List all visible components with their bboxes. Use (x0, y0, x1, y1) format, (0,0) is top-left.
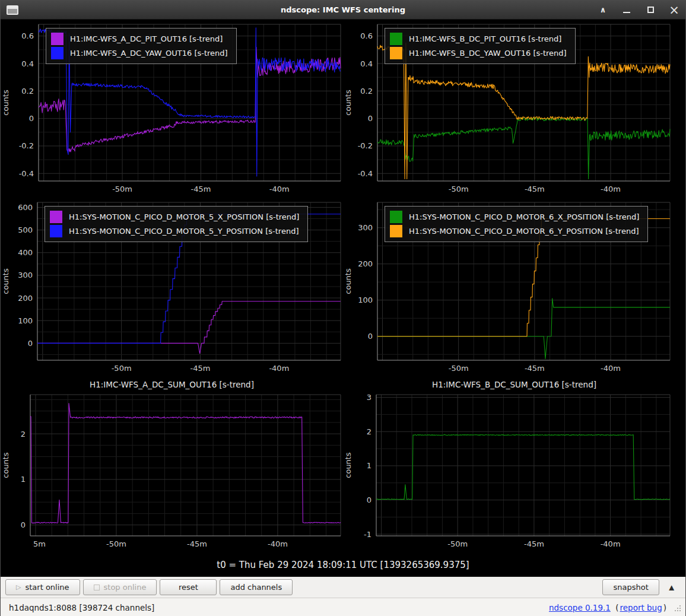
x-tick-label: -45m (524, 539, 544, 548)
y-tick-label: 1 (367, 461, 371, 470)
plot-pico-motor-5[interactable]: 6005004003002001000-50m-45m-40mcountsH1:… (1, 199, 343, 377)
y-tick-label: 0.2 (21, 87, 34, 96)
x-tick-label: -50m (112, 364, 132, 373)
reset-button[interactable]: reset (160, 579, 217, 595)
legend-entry[interactable]: H1:SYS-MOTION_C_PICO_D_MOTOR_6_X_POSITIO… (390, 211, 639, 223)
legend-swatch (390, 33, 402, 45)
legend-entry[interactable]: H1:IMC-WFS_A_DC_YAW_OUT16 [s-trend] (51, 47, 228, 59)
t0-label: t0 = Thu Feb 29 2024 18:09:11 UTC [13932… (217, 560, 469, 570)
y-tick-label: 100 (358, 296, 373, 304)
cell-bottom-left: H1:IMC-WFS_A_DC_SUM_OUT16 [s-trend] 210-… (1, 377, 343, 554)
stop-online-button[interactable]: stop online (83, 579, 157, 595)
y-tick-label: 200 (358, 259, 373, 268)
y-axis-label: counts (344, 268, 352, 294)
x-tick-label: -50m (112, 185, 132, 193)
y-axis-label: counts (1, 452, 10, 478)
y-tick-label: 400 (18, 248, 33, 257)
collapse-panel-icon[interactable]: ▲ (662, 582, 681, 592)
titlebar[interactable]: ndscope: IMC WFS centering ∧ × (1, 1, 685, 20)
plot-imc-wfs-a-pit-yaw[interactable]: 0.60.40.20-0.2-0.4-50m-45m-40mcountsH1:I… (1, 20, 343, 199)
x-tick-label: -45m (190, 364, 211, 373)
plot-imc-wfs-b-sum[interactable]: 3210-1-50m-45m-40mcounts (343, 392, 685, 554)
legend-entry[interactable]: H1:SYS-MOTION_C_PICO_D_MOTOR_5_Y_POSITIO… (50, 225, 299, 237)
resize-grip[interactable] (672, 603, 682, 612)
x-tick-label: -45m (187, 539, 207, 548)
close-icon[interactable]: × (669, 5, 679, 15)
y-tick-label: 1 (21, 475, 26, 484)
legend-swatch (390, 225, 402, 237)
server-status: h1daqnds1:8088 [398724 channels] (9, 603, 154, 612)
cell-middle-left: 6005004003002001000-50m-45m-40mcountsH1:… (1, 199, 343, 377)
version-link[interactable]: ndscope 0.19.1 (549, 603, 611, 612)
x-tick-label: -50m (106, 539, 126, 548)
y-tick-label: 0.6 (360, 31, 373, 40)
y-tick-label: 0 (368, 114, 373, 123)
stop-icon (94, 585, 100, 590)
legend-entry[interactable]: H1:IMC-WFS_A_DC_PIT_OUT16 [s-trend] (51, 33, 228, 45)
shade-window-icon[interactable]: ∧ (598, 5, 608, 15)
x-tick-label: -40m (269, 364, 289, 373)
legend-label: H1:SYS-MOTION_C_PICO_D_MOTOR_6_X_POSITIO… (409, 212, 639, 221)
cell-bottom-right: H1:IMC-WFS_B_DC_SUM_OUT16 [s-trend] 3210… (343, 377, 685, 554)
legend-entry[interactable]: H1:SYS-MOTION_C_PICO_D_MOTOR_5_X_POSITIO… (50, 211, 299, 223)
x-tick-label: -40m (268, 539, 288, 548)
window-title: ndscope: IMC WFS centering (1, 5, 685, 14)
y-tick-label: -0.4 (358, 169, 373, 178)
maximize-icon[interactable] (645, 5, 656, 15)
start-online-button[interactable]: ▷ start online (5, 579, 80, 595)
y-tick-label: 100 (18, 316, 33, 325)
add-channels-button[interactable]: add channels (220, 579, 293, 595)
play-icon: ▷ (16, 583, 21, 591)
legend-swatch (51, 33, 63, 45)
legend[interactable]: H1:SYS-MOTION_C_PICO_D_MOTOR_5_X_POSITIO… (45, 206, 308, 242)
legend-entry[interactable]: H1:IMC-WFS_B_DC_YAW_OUT16 [s-trend] (390, 47, 567, 59)
report-bug-link[interactable]: report bug (620, 603, 662, 612)
plot-imc-wfs-a-sum[interactable]: 210-55m-50m-45m-40mcounts (1, 392, 343, 554)
legend[interactable]: H1:IMC-WFS_A_DC_PIT_OUT16 [s-trend]H1:IM… (46, 28, 237, 64)
x-tick-label: -50m (449, 364, 469, 373)
y-tick-label: 0 (29, 114, 34, 123)
y-tick-label: 0.4 (360, 59, 373, 68)
y-axis-label: counts (344, 90, 352, 116)
x-tick-label: -50m (449, 185, 469, 193)
x-tick-label: -40m (601, 364, 621, 373)
legend-label: H1:IMC-WFS_A_DC_PIT_OUT16 [s-trend] (70, 34, 223, 43)
legend-swatch (51, 47, 63, 59)
legend[interactable]: H1:IMC-WFS_B_DC_PIT_OUT16 [s-trend]H1:IM… (385, 28, 576, 64)
plot-title-wfs-b-sum: H1:IMC-WFS_B_DC_SUM_OUT16 [s-trend] (343, 377, 685, 392)
minimize-icon[interactable] (621, 5, 632, 15)
x-tick-label: -40m (601, 185, 621, 193)
x-tick-label: -45m (190, 185, 211, 193)
legend[interactable]: H1:SYS-MOTION_C_PICO_D_MOTOR_6_X_POSITIO… (385, 206, 648, 242)
x-tick-label: -40m (269, 185, 290, 193)
plot-pico-motor-6[interactable]: 3002001000-50m-45m-40mcountsH1:SYS-MOTIO… (343, 199, 685, 377)
cell-top-left: 0.60.40.20-0.2-0.4-50m-45m-40mcountsH1:I… (1, 20, 343, 199)
y-axis-label: counts (1, 90, 10, 116)
legend-swatch (390, 47, 402, 59)
toolbar: ▷ start online stop online reset add cha… (1, 576, 685, 598)
x-tick-label: -50m (447, 539, 468, 548)
cell-middle-right: 3002001000-50m-45m-40mcountsH1:SYS-MOTIO… (343, 199, 685, 377)
y-tick-label: 3 (367, 393, 371, 402)
y-tick-label: 300 (18, 271, 33, 280)
snapshot-button[interactable]: snapshot (602, 579, 659, 595)
plot-imc-wfs-b-pit-yaw[interactable]: 0.60.40.20-0.2-0.4-50m-45m-40mcountsH1:I… (343, 20, 685, 199)
x-tick-label: -45m (525, 185, 545, 193)
x-tick-label: -55m (26, 539, 46, 548)
y-tick-label: 0.4 (21, 59, 34, 68)
y-tick-label: 600 (18, 203, 33, 212)
legend-entry[interactable]: H1:IMC-WFS_B_DC_PIT_OUT16 [s-trend] (390, 33, 567, 45)
y-tick-label: 300 (358, 223, 373, 232)
y-tick-label: 2 (21, 430, 26, 439)
legend-entry[interactable]: H1:SYS-MOTION_C_PICO_D_MOTOR_6_Y_POSITIO… (390, 225, 639, 237)
plot-canvas: 3210-1-50m-45m-40mcounts (343, 392, 685, 554)
x-tick-label: -40m (601, 539, 621, 548)
y-tick-label: -0.4 (19, 169, 34, 178)
ndscope-window: ndscope: IMC WFS centering ∧ × 0.60.40.2… (0, 0, 686, 616)
y-tick-label: 0 (367, 496, 371, 504)
y-tick-label: 500 (18, 226, 33, 234)
legend-label: H1:SYS-MOTION_C_PICO_D_MOTOR_5_X_POSITIO… (69, 212, 299, 221)
y-tick-label: 200 (18, 294, 33, 303)
legend-swatch (50, 225, 62, 237)
y-tick-label: -0.2 (19, 141, 34, 150)
